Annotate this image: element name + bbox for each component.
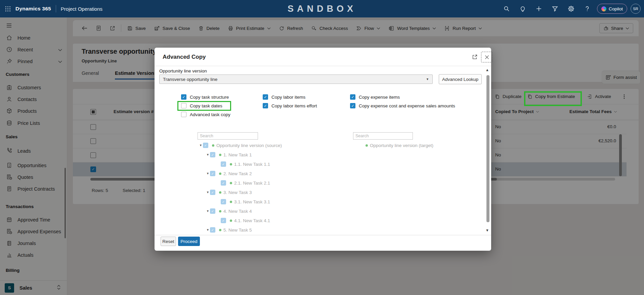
- screen: Home Recent Pinned Customers Customers C…: [0, 0, 644, 295]
- tree-expander-icon[interactable]: ▼: [206, 153, 210, 156]
- tree-checkbox[interactable]: ✓: [221, 180, 226, 186]
- tree-expander-icon[interactable]: ▼: [199, 144, 203, 147]
- question-icon: [584, 5, 591, 12]
- option-copy-expense-items[interactable]: ✓ Copy expense items: [350, 94, 400, 100]
- checkbox-unchecked[interactable]: [181, 112, 186, 117]
- checkbox-checked[interactable]: ✓: [263, 94, 268, 100]
- close-icon: [485, 55, 489, 59]
- tree-status-dot: [230, 182, 232, 184]
- option-copy-labor-items-effort[interactable]: ✓ Copy labor items effort: [263, 103, 317, 109]
- checkbox-checked[interactable]: ✓: [181, 94, 186, 100]
- tree-checkbox[interactable]: ✓: [203, 143, 208, 148]
- tree-expander-icon[interactable]: ▼: [206, 228, 210, 232]
- close-dialog-button[interactable]: [481, 52, 492, 62]
- tree-checkbox[interactable]: ✓: [221, 199, 226, 204]
- tree-row-task[interactable]: ▼ ✓ 4. New Task 4: [206, 208, 252, 214]
- tree-status-dot: [219, 173, 221, 175]
- tree-checkbox[interactable]: ✓: [210, 190, 215, 195]
- tree-status-dot: [230, 219, 232, 222]
- waffle-menu-button[interactable]: [0, 0, 15, 17]
- tree-status-dot: [219, 154, 221, 156]
- waffle-icon: [5, 6, 11, 12]
- tree-row-subtask[interactable]: ✓ 3.1. New Task 3.1: [221, 198, 270, 205]
- help-button[interactable]: [581, 2, 594, 15]
- tree-checkbox[interactable]: ✓: [221, 218, 226, 223]
- tree-row-subtask[interactable]: ✓ 4.1. New Task 4.1: [221, 217, 270, 224]
- tree-row-task[interactable]: ▼ ✓ 2. New Task 2: [206, 170, 252, 177]
- checkbox-unchecked[interactable]: [181, 103, 186, 108]
- checkbox-checked[interactable]: ✓: [350, 103, 355, 108]
- opportunity-line-version-select[interactable]: Transverse opportunity line ▼: [159, 75, 433, 84]
- tree-row-source-root[interactable]: ▼ ✓ Opportunity line version (source): [199, 142, 282, 149]
- option-copy-task-structure[interactable]: ✓ Copy task structure: [181, 94, 229, 100]
- tree-expander-icon[interactable]: ▼: [206, 172, 210, 175]
- dialog-header-divider: [155, 66, 491, 66]
- environment-banner: SANDBOX: [288, 4, 356, 14]
- tree-checkbox[interactable]: ✓: [210, 227, 215, 233]
- option-advanced-task-copy[interactable]: Advanced task copy: [181, 111, 230, 117]
- advanced-copy-dialog: Advanced Copy Opportunity line version T…: [155, 48, 491, 251]
- option-copy-task-dates[interactable]: Copy task dates: [181, 103, 222, 109]
- tree-checkbox[interactable]: ✓: [221, 161, 226, 167]
- option-copy-labor-items[interactable]: ✓ Copy labor items: [263, 94, 305, 100]
- checkbox-checked[interactable]: ✓: [350, 94, 355, 100]
- tree-expander-icon[interactable]: ▼: [206, 209, 210, 213]
- proceed-button[interactable]: Proceed: [178, 237, 200, 246]
- select-arrow-icon: ▼: [426, 78, 429, 81]
- settings-button[interactable]: [565, 2, 577, 15]
- option-copy-expense-cost[interactable]: ✓ Copy expense cost and expense sales am…: [350, 103, 455, 109]
- tree-row-subtask[interactable]: ✓ 2.1. New Task 2.1: [221, 180, 270, 186]
- tree-status-dot: [219, 229, 221, 231]
- tree-row-target-root[interactable]: Opportunity line version (target): [366, 142, 433, 149]
- copilot-icon: [601, 6, 606, 11]
- checkbox-checked[interactable]: ✓: [263, 103, 268, 108]
- tree-status-dot: [366, 144, 368, 147]
- popout-dialog-button[interactable]: [472, 54, 478, 61]
- source-search-input[interactable]: [198, 132, 258, 140]
- module-name[interactable]: Project Operations: [61, 6, 102, 12]
- copilot-button[interactable]: Copilot: [597, 4, 627, 14]
- target-search-input[interactable]: [353, 132, 413, 140]
- app-name[interactable]: Dynamics 365: [15, 6, 51, 12]
- tree-row-task[interactable]: ▼ ✓ 5. New Task 5: [206, 227, 252, 233]
- avatar[interactable]: SR: [631, 4, 641, 14]
- tree-status-dot: [230, 201, 232, 203]
- gear-icon: [568, 5, 574, 12]
- tree-status-dot: [212, 144, 214, 147]
- dialog-title: Advanced Copy: [163, 54, 206, 60]
- top-navigation-bar: Dynamics 365 Project Operations SANDBOX …: [0, 0, 644, 17]
- tree-checkbox[interactable]: ✓: [210, 171, 215, 176]
- dialog-footer-divider: [155, 235, 491, 235]
- scrollbar-down-arrow[interactable]: ▼: [485, 228, 489, 232]
- filter-button[interactable]: [549, 2, 561, 15]
- tree-row-subtask[interactable]: ✓ 1.1. New Task 1.1: [221, 161, 270, 167]
- scrollbar-up-arrow[interactable]: ▲: [485, 68, 489, 72]
- search-button[interactable]: [500, 2, 513, 15]
- tree-status-dot: [219, 191, 221, 194]
- lightbulb-icon: [519, 5, 526, 12]
- tree-row-task[interactable]: ▼ ✓ 1. New Task 1: [206, 151, 252, 158]
- search-icon: [503, 5, 510, 12]
- tree-expander-icon[interactable]: ▼: [206, 191, 210, 194]
- reset-button[interactable]: Reset: [161, 237, 176, 246]
- opportunity-line-version-label: Opportunity line version: [159, 68, 207, 73]
- tree-status-dot: [219, 210, 221, 212]
- topbar-divider: [56, 5, 56, 12]
- tree-checkbox[interactable]: ✓: [210, 208, 215, 214]
- plus-icon: [535, 5, 542, 12]
- advanced-lookup-button[interactable]: Advanced Lookup: [439, 74, 482, 84]
- scrollbar-thumb[interactable]: [486, 75, 489, 222]
- tree-checkbox[interactable]: ✓: [210, 152, 215, 157]
- tree-row-task[interactable]: ▼ ✓ 3. New Task 3: [206, 189, 252, 196]
- suggestions-button[interactable]: [516, 2, 529, 15]
- filter-icon: [552, 5, 558, 12]
- create-new-button[interactable]: [532, 2, 545, 15]
- tree-status-dot: [230, 163, 232, 165]
